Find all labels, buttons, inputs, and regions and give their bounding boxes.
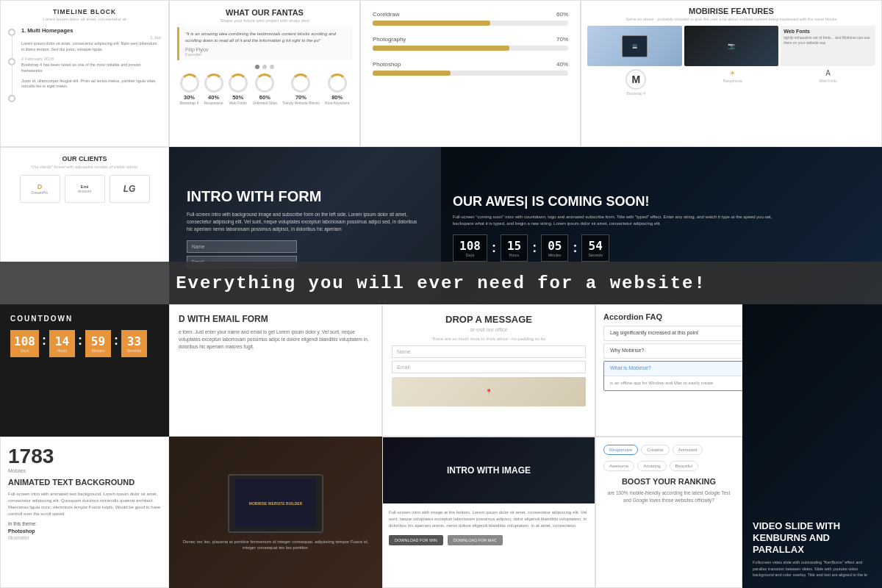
- intro-form-title: INTRO WITH FORM: [187, 187, 423, 205]
- timeline-item1-label: 1. Multi Homepages: [21, 27, 161, 34]
- video-slide-desc: Fullscreen video slide with outstanding …: [753, 559, 872, 578]
- panel-email-form: D WITH EMAIL FORM e form. Just enter you…: [169, 304, 382, 437]
- coming-soon-desc: Full-screen "coming soon" intro with cou…: [453, 214, 784, 227]
- drop-email-input[interactable]: Email: [392, 361, 586, 373]
- animated-title: ANIMATED TEXT BACKGROUND: [8, 478, 161, 487]
- drop-name-input[interactable]: Name: [392, 345, 586, 358]
- testimonial-role: Founder: [185, 52, 346, 57]
- boost-tab-responsive[interactable]: Responsive: [603, 445, 638, 455]
- intro-form-desc: Full-screen intro with background image …: [187, 211, 423, 232]
- countdown-sep-2: :: [532, 240, 537, 256]
- fantasies-title: WHAT OUR FANTAS: [177, 8, 352, 17]
- coming-soon-title: OUR AWES| IS COMING SOON!: [453, 194, 870, 210]
- countdown-panel-label: COUNTDOWN: [10, 315, 159, 323]
- skill-photography: Photography 70%: [373, 36, 568, 51]
- panel-drop-message: DROP A MESSAGE or visit our office There…: [382, 304, 595, 437]
- skill-pct-photography: 70%: [556, 36, 568, 43]
- web-fonts-label: Web Fonts: [784, 29, 872, 34]
- timeline-item1-text: Lorem ipsum dolor sit amet, consectetur …: [21, 41, 161, 52]
- panel-skills: Coreldraw 60% Photography 70% Photoshop …: [360, 0, 581, 147]
- mobirise-builder-title: MOBIRISE WEBSITE BUILDER: [249, 501, 303, 506]
- skill-name-photography: Photography: [373, 36, 406, 43]
- countdown-hours: 15 Hours: [501, 234, 528, 262]
- countdown-panel-sep3: :: [114, 330, 118, 351]
- laptop-visual: MOBIRISE WEBSITE BUILDER: [228, 474, 323, 533]
- mobirise-features-subtitle: Same as above - probably included to giv…: [587, 17, 875, 21]
- timeline-item2-date: 2 February 2018: [21, 57, 161, 61]
- drop-map: 📍: [392, 377, 586, 406]
- stat-4: 60% Unlimited Sites: [253, 74, 277, 105]
- nav-dot-3[interactable]: [270, 65, 274, 69]
- countdown-sep-1: :: [492, 240, 496, 256]
- drop-message-sub: or visit our office: [392, 327, 586, 332]
- timeline-title: TIMELINE BLOCK: [8, 8, 161, 15]
- intro-name-input[interactable]: Name: [187, 240, 297, 253]
- skill-coreldraw: Coreldraw 60%: [373, 11, 568, 26]
- timeline-item2-text: Bootstrap 4 has been noted as one of the…: [21, 62, 161, 74]
- boost-title: BOOST YOUR RANKING: [603, 477, 734, 486]
- clients-title: OUR CLIENTS: [8, 155, 161, 162]
- boost-tab-creative[interactable]: Creative: [641, 445, 669, 455]
- client-logo-3: LG: [110, 175, 150, 203]
- timeline-item3-text: Justo id, ullamcorper feugiat elit. Proi…: [21, 79, 161, 90]
- countdown-panel-hours: 14 Hours: [49, 330, 75, 357]
- boost-tab-amazing[interactable]: Amazing: [637, 461, 666, 471]
- testimonial-author: Filip Flyov: [185, 47, 346, 52]
- drop-message-desc: There are so much more to think about - …: [392, 337, 586, 341]
- countdown-days: 108 Days: [453, 234, 487, 262]
- intro-image-title: INTRO WITH IMAGE: [440, 465, 538, 476]
- timeline-item1-date: 1 Jan: [21, 35, 161, 40]
- banner-text: Everything you will ever need for a webs…: [176, 273, 706, 293]
- boost-tab-beautiful[interactable]: Beautiful: [670, 461, 698, 471]
- boost-tab-awesome[interactable]: Awesome: [603, 461, 634, 471]
- fantasies-subtitle: Shape your future web project with sharp…: [177, 18, 352, 23]
- animated-item-illustrator: Illustrator: [8, 535, 161, 540]
- mobirise-logo-m: M: [631, 74, 640, 85]
- panel-mobirise-builder: MOBIRISE WEBSITE BUILDER Donec tec leo, …: [169, 437, 382, 588]
- download-win-btn[interactable]: DOWNLOAD FOR WIN: [389, 535, 443, 545]
- panel-intro-image: INTRO WITH IMAGE Full-screen intro with …: [382, 437, 595, 588]
- countdown-panel-sep1: :: [42, 330, 46, 351]
- stat-1: 30% Bootstrap 4: [180, 74, 199, 105]
- panel-mobirise-features: MOBIRISE FEATURES Same as above - probab…: [581, 0, 882, 147]
- countdown-panel-days: 108 Days: [10, 330, 39, 357]
- panel-video-slide: VIDEO SLIDE WITH KENBURNS AND PARALLAX F…: [742, 304, 882, 588]
- boost-tab-animated[interactable]: Animated: [673, 445, 703, 455]
- email-form-desc: e form. Just enter your name and email t…: [179, 329, 373, 350]
- download-mac-btn[interactable]: DOWNLOAD FOR MAC: [448, 535, 503, 545]
- countdown-panel-minutes: 59 Minutes: [85, 330, 111, 357]
- mobirise-features-title: MOBIRISE FEATURES: [587, 7, 875, 15]
- email-form-title: D WITH EMAIL FORM: [179, 314, 373, 324]
- panel-fantasies: WHAT OUR FANTAS Shape your future web pr…: [169, 0, 360, 147]
- nav-dot-2[interactable]: [262, 65, 267, 69]
- stat-5: 70% Trendy Website Blocks: [282, 74, 320, 105]
- panel-animated-bg: 1783 Mobiles ANIMATED TEXT BACKGROUND Fu…: [0, 437, 169, 588]
- animated-item-photoshop: Photoshop: [8, 528, 161, 534]
- panel-timeline: TIMELINE BLOCK Lorem ipsum dolor sit ame…: [0, 0, 169, 147]
- panel-countdown: COUNTDOWN 108 Days : 14 Hours : 59 Minut…: [0, 304, 169, 437]
- nav-dot-1[interactable]: [255, 65, 259, 69]
- skill-pct-photoshop: 40%: [556, 61, 568, 68]
- client-logo-2: Emi Account: [65, 175, 105, 203]
- skill-photoshop: Photoshop 40%: [373, 61, 568, 76]
- banner-overlay: Everything you will ever need for a webs…: [0, 262, 882, 304]
- countdown-panel-seconds: 33 Seconds: [121, 330, 147, 357]
- panel-clients: OUR CLIENTS "Our clients" format with ad…: [0, 147, 169, 265]
- mobirise-builder-desc: Donec tec leo, placerat at porttitor fer…: [169, 539, 382, 551]
- stat-6: 80% Host Anywhere: [325, 74, 350, 105]
- timeline-subtitle: Lorem ipsum dolor sit amet, consectetur …: [8, 17, 161, 21]
- client-logo-1: D DreamPix: [20, 175, 60, 203]
- stat-2: 40% Responsive: [204, 74, 223, 105]
- skill-name-coreldraw: Coreldraw: [373, 11, 399, 18]
- stat-3: 50% Web Fonts: [229, 74, 248, 105]
- video-slide-title: VIDEO SLIDE WITH KENBURNS AND PARALLAX: [753, 520, 872, 555]
- animated-number: 1783: [8, 445, 161, 468]
- panel-boost-ranking: Responsive Creative Animated Awesome Ama…: [595, 437, 742, 588]
- drop-message-title: DROP A MESSAGE: [392, 314, 586, 325]
- boost-desc: are 100% mobile-friendly according the l…: [603, 490, 734, 504]
- animated-number-label: Mobiles: [8, 468, 161, 473]
- testimonial-text: "It is an amazing idea combining the tes…: [185, 31, 346, 44]
- animated-note: In this theme:: [8, 521, 161, 526]
- animated-desc: Full-screen intro with animated text bac…: [8, 491, 161, 517]
- skill-pct-coreldraw: 60%: [556, 11, 568, 18]
